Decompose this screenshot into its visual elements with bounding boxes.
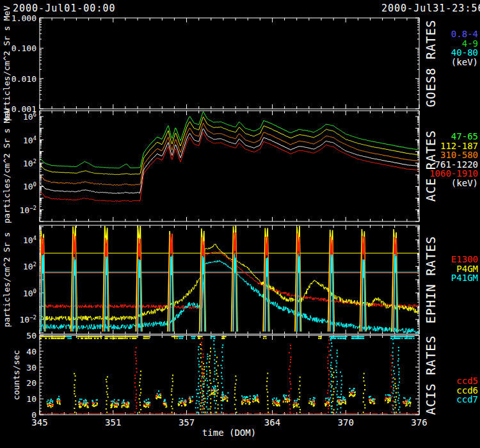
ephin-y-tick-label: 102: [0, 261, 36, 271]
x-axis-title: time (DOM): [202, 428, 256, 438]
goes8-legend: 0.8-44-940-80(keV): [451, 29, 478, 67]
start-date-label: 2000-Jul01-00:00: [13, 3, 116, 14]
acis-y-tick-label: 20: [0, 378, 36, 388]
acis-legend: ccd5ccd6ccd7: [456, 376, 478, 404]
acis-rates-label: ACIS RATES: [424, 335, 438, 415]
ace-y-tick-label: 100: [0, 181, 36, 191]
ephin-y-tick-label: 100: [0, 288, 36, 298]
legend-item: P41GM: [451, 273, 478, 283]
goes8-y-tick-label: 0.010: [0, 74, 36, 84]
legend-item: ccd7: [456, 395, 478, 404]
radiation-monitor-plot: 2000-Jul01-00:00 2000-Jul31-23:56 partic…: [0, 0, 480, 448]
legend-item: 310-580: [429, 150, 478, 160]
x-axis-tick-label: 370: [338, 417, 354, 428]
ace-y-tick-label: 104: [0, 135, 36, 145]
ephin-y-axis-title: particles/cm^2 Sr s: [2, 232, 12, 328]
acis-y-tick-label: 40: [0, 347, 36, 356]
x-axis-tick-label: 364: [264, 417, 280, 428]
end-date-label: 2000-Jul31-23:56: [381, 3, 480, 14]
ace-y-tick-label: 102: [0, 158, 36, 168]
ephin-legend: E1300P4GMP41GM: [451, 255, 478, 283]
plot-canvas: [0, 0, 480, 448]
legend-item: ccd5: [456, 376, 478, 386]
goes8-y-tick-label: 0.100: [0, 44, 36, 53]
ace-y-tick-label: 106: [0, 111, 36, 122]
goes8-y-tick-label: 1.000: [0, 13, 36, 23]
x-axis-tick-label: 345: [31, 417, 47, 428]
acis-y-tick-label: 30: [0, 363, 36, 372]
legend-item: 0.8-4: [451, 29, 478, 39]
legend-item: (keV): [451, 58, 478, 67]
legend-item: 761-1220: [429, 160, 478, 170]
legend-item: P4GM: [451, 264, 478, 274]
legend-item: (keV): [429, 179, 478, 188]
goes8-rates-label: GOES8 RATES: [424, 20, 438, 108]
x-axis-tick-label: 376: [411, 417, 427, 428]
legend-item: 112-187: [429, 141, 478, 151]
ace-legend: 47-65112-187310-580761-12201060-1910(keV…: [429, 132, 478, 188]
ephin-y-tick-label: 104: [0, 235, 36, 245]
ace-y-tick-label: 10−2: [0, 205, 36, 215]
legend-item: 1060-1910: [429, 169, 478, 179]
legend-item: ccd6: [456, 386, 478, 396]
x-axis-tick-label: 351: [105, 417, 121, 428]
acis-y-tick-label: 10: [0, 394, 36, 404]
acis-y-tick-label: 50: [0, 331, 36, 340]
ephin-rates-label: EPHIN RATES: [424, 236, 438, 324]
acis-y-axis-title: counts/sec: [12, 350, 21, 400]
legend-item: 40-80: [451, 48, 478, 58]
legend-item: 4-9: [451, 39, 478, 49]
x-axis-tick-label: 357: [179, 417, 195, 428]
legend-item: 47-65: [429, 132, 478, 141]
legend-item: E1300: [451, 255, 478, 264]
ephin-y-tick-label: 10−2: [0, 314, 36, 324]
